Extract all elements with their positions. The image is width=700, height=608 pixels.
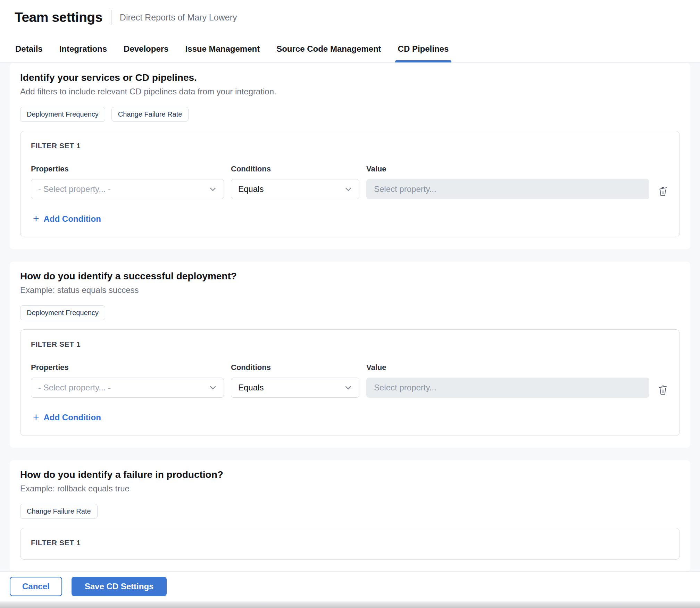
tab-issue-management[interactable]: Issue Management bbox=[184, 35, 260, 62]
filter-set-card: FILTER SET 1 Properties - Select propert… bbox=[20, 329, 680, 436]
title-divider bbox=[111, 10, 111, 25]
value-label: Value bbox=[366, 164, 649, 174]
filter-condition-row: Properties - Select property... - Condit… bbox=[31, 363, 669, 398]
trash-icon bbox=[658, 385, 668, 397]
value-input[interactable] bbox=[366, 179, 649, 199]
properties-label: Properties bbox=[31, 164, 224, 174]
condition-select[interactable]: Equals bbox=[231, 378, 359, 398]
page-title: Team settings bbox=[15, 10, 102, 25]
properties-label: Properties bbox=[31, 363, 224, 372]
action-footer: Cancel Save CD Settings bbox=[0, 572, 700, 601]
filter-set-title: FILTER SET 1 bbox=[31, 142, 669, 150]
section-description: Add filters to include relevant CD pipel… bbox=[20, 87, 680, 96]
section-failure-production: How do you identify a failure in product… bbox=[10, 460, 690, 572]
tab-integrations[interactable]: Integrations bbox=[59, 35, 108, 62]
filter-set-card: FILTER SET 1 bbox=[20, 528, 680, 560]
cancel-button[interactable]: Cancel bbox=[10, 577, 62, 596]
save-cd-settings-button[interactable]: Save CD Settings bbox=[72, 577, 167, 596]
add-condition-button[interactable]: + Add Condition bbox=[31, 412, 103, 423]
chevron-down-icon bbox=[344, 384, 352, 391]
badge-row: Deployment Frequency Change Failure Rate bbox=[20, 107, 680, 122]
filter-set-title: FILTER SET 1 bbox=[31, 539, 669, 547]
filter-condition-row: Properties - Select property... - Condit… bbox=[31, 164, 669, 200]
property-select-placeholder: - Select property... - bbox=[38, 383, 111, 392]
page-header: Team settings Direct Reports of Mary Low… bbox=[0, 0, 700, 35]
page-subtitle: Direct Reports of Mary Lowery bbox=[120, 12, 237, 23]
add-condition-button[interactable]: + Add Condition bbox=[31, 213, 103, 225]
condition-select[interactable]: Equals bbox=[231, 179, 359, 199]
main-content: Identify your services or CD pipelines. … bbox=[0, 62, 700, 572]
section-description: Example: rollback equals true bbox=[20, 484, 680, 493]
trash-icon bbox=[658, 186, 668, 198]
property-select[interactable]: - Select property... - bbox=[31, 179, 224, 199]
badge-row: Change Failure Rate bbox=[20, 504, 680, 519]
section-heading: How do you identify a failure in product… bbox=[20, 469, 680, 480]
filter-set-title: FILTER SET 1 bbox=[31, 340, 669, 348]
value-label: Value bbox=[366, 363, 649, 372]
bottom-gradient-band bbox=[0, 601, 700, 608]
add-condition-label: Add Condition bbox=[44, 214, 101, 224]
section-heading: Identify your services or CD pipelines. bbox=[20, 72, 680, 83]
condition-select-value: Equals bbox=[238, 184, 264, 194]
tab-source-code-management[interactable]: Source Code Management bbox=[276, 35, 382, 62]
section-successful-deployment: How do you identify a successful deploym… bbox=[10, 262, 690, 448]
delete-condition-button[interactable] bbox=[656, 185, 669, 200]
delete-condition-button[interactable] bbox=[656, 383, 669, 398]
badge-change-failure-rate: Change Failure Rate bbox=[20, 504, 98, 519]
section-description: Example: status equals success bbox=[20, 285, 680, 295]
conditions-label: Conditions bbox=[231, 363, 359, 372]
tab-bar: Details Integrations Developers Issue Ma… bbox=[0, 35, 700, 62]
tab-developers[interactable]: Developers bbox=[123, 35, 169, 62]
badge-change-failure-rate: Change Failure Rate bbox=[111, 107, 189, 122]
badge-row: Deployment Frequency bbox=[20, 305, 680, 320]
value-input[interactable] bbox=[366, 378, 649, 398]
plus-icon: + bbox=[33, 213, 39, 224]
add-condition-label: Add Condition bbox=[44, 413, 101, 422]
chevron-down-icon bbox=[209, 185, 217, 193]
tab-cd-pipelines[interactable]: CD Pipelines bbox=[397, 35, 450, 62]
plus-icon: + bbox=[33, 412, 39, 422]
property-select[interactable]: - Select property... - bbox=[31, 378, 224, 398]
section-identify-pipelines: Identify your services or CD pipelines. … bbox=[10, 63, 690, 249]
chevron-down-icon bbox=[209, 384, 217, 391]
conditions-label: Conditions bbox=[231, 164, 359, 174]
badge-deployment-frequency: Deployment Frequency bbox=[20, 107, 105, 122]
chevron-down-icon bbox=[344, 185, 352, 193]
section-heading: How do you identify a successful deploym… bbox=[20, 271, 680, 282]
condition-select-value: Equals bbox=[238, 383, 264, 392]
filter-set-card: FILTER SET 1 Properties - Select propert… bbox=[20, 131, 680, 237]
tab-details[interactable]: Details bbox=[15, 35, 43, 62]
property-select-placeholder: - Select property... - bbox=[38, 184, 111, 194]
badge-deployment-frequency: Deployment Frequency bbox=[20, 305, 105, 320]
